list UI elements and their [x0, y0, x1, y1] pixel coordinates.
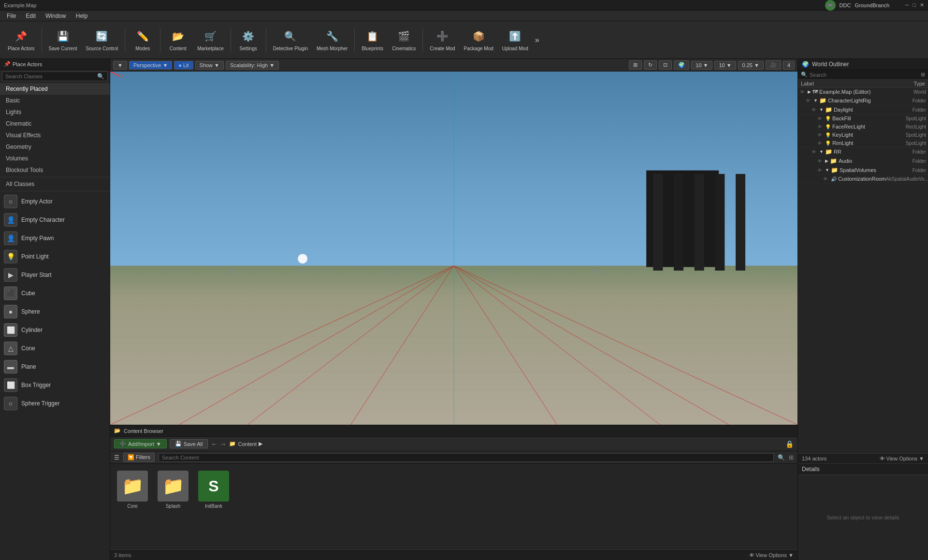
- vp-arrow-btn[interactable]: ▼: [113, 61, 127, 70]
- category-recently-placed[interactable]: Recently Placed: [0, 83, 110, 95]
- actor-player-start[interactable]: ▶ Player Start: [0, 266, 110, 284]
- toolbar-more-btn[interactable]: »: [533, 34, 541, 46]
- category-cinematic[interactable]: Cinematic: [0, 118, 110, 129]
- visibility-icon-2[interactable]: 👁: [812, 107, 816, 113]
- actor-empty-actor[interactable]: ○ Empty Actor: [0, 192, 110, 211]
- category-volumes[interactable]: Volumes: [0, 153, 110, 164]
- category-blockout-tools[interactable]: Blockout Tools: [0, 164, 110, 176]
- actor-sphere[interactable]: ● Sphere: [0, 302, 110, 321]
- visibility-icon-7[interactable]: 👁: [812, 149, 816, 155]
- outliner-col-label[interactable]: Label: [801, 81, 877, 86]
- content-btn[interactable]: 📂 Content: [163, 27, 192, 53]
- mesh-morpher-btn[interactable]: 🔧 Mesh Morpher: [313, 27, 351, 53]
- vp-screen-pct-btn[interactable]: 4: [783, 61, 795, 70]
- category-visual-effects[interactable]: Visual Effects: [0, 129, 110, 141]
- outliner-row-rr[interactable]: 👁 ▼ 📁 RR Folder: [798, 147, 928, 157]
- svg-text:25m: 25m: [296, 269, 305, 274]
- visibility-icon-6[interactable]: 👁: [817, 141, 822, 146]
- actor-empty-character[interactable]: 👤 Empty Character: [0, 211, 110, 229]
- actor-empty-pawn[interactable]: 👤 Empty Pawn: [0, 229, 110, 247]
- save-current-btn[interactable]: 💾 Save Current: [45, 27, 81, 53]
- vp-scale-snap-btn[interactable]: 0.25 ▼: [738, 61, 764, 70]
- vp-lit-btn[interactable]: ● Lit: [174, 61, 193, 70]
- source-control-btn[interactable]: 🔄 Source Control: [82, 27, 122, 53]
- content-search-input[interactable]: [159, 453, 774, 462]
- outliner-row-spatial-volumes[interactable]: 👁 ▼ 📁 SpatialVolumes Folder: [798, 166, 928, 175]
- marketplace-btn[interactable]: 🛒 Marketplace: [193, 27, 227, 53]
- cb-item-core[interactable]: 📁 Core: [115, 469, 150, 511]
- view-options-btn[interactable]: 👁 View Options ▼: [749, 552, 794, 558]
- menu-help[interactable]: Help: [71, 12, 93, 20]
- vp-camera-speed-btn[interactable]: 🎥: [766, 60, 781, 70]
- vp-grid-btn[interactable]: 10 ▼: [691, 61, 712, 70]
- cb-item-splash[interactable]: 📁 Splash: [156, 469, 190, 511]
- cb-view-grid-icon[interactable]: ⊞: [789, 454, 794, 461]
- menu-window[interactable]: Window: [41, 12, 71, 20]
- outliner-col-type[interactable]: Type: [877, 81, 925, 86]
- visibility-icon-3[interactable]: 👁: [817, 116, 822, 121]
- upload-mod-btn[interactable]: ⬆️ Upload Mod: [498, 27, 532, 53]
- outliner-row-rimlight[interactable]: 👁 💡 RimLight SpotLight: [798, 139, 928, 147]
- wo-search-options-btn[interactable]: ⊞: [921, 72, 925, 78]
- vp-coord-btn[interactable]: 🌍: [674, 60, 689, 70]
- actor-cylinder[interactable]: ⬜ Cylinder: [0, 321, 110, 339]
- vp-perspective-btn[interactable]: Perspective ▼: [129, 61, 172, 70]
- search-classes-input[interactable]: [5, 73, 97, 79]
- outliner-row-audio[interactable]: 👁 ▶ 📁 Audio Folder: [798, 157, 928, 166]
- visibility-icon-4[interactable]: 👁: [817, 124, 822, 129]
- outliner-row-backfill[interactable]: 👁 💡 BackFill SpotLight: [798, 115, 928, 123]
- cb-back-btn[interactable]: ←: [211, 440, 218, 448]
- vp-scalability-btn[interactable]: Scalability: High ▼: [226, 61, 279, 70]
- add-import-btn[interactable]: ➕ Add/Import ▼: [114, 439, 167, 448]
- menu-file[interactable]: File: [2, 12, 21, 20]
- category-all-classes[interactable]: All Classes: [0, 178, 110, 190]
- vp-rotate-btn[interactable]: ↻: [644, 60, 657, 70]
- visibility-icon-9[interactable]: 👁: [817, 168, 822, 173]
- modes-btn[interactable]: ✏️ Modes: [128, 27, 157, 53]
- save-all-btn[interactable]: 💾 Save All: [170, 439, 208, 448]
- filters-btn[interactable]: 🔽 Filters: [123, 453, 155, 462]
- visibility-icon-0[interactable]: 👁: [800, 89, 805, 95]
- visibility-icon-8[interactable]: 👁: [817, 158, 822, 164]
- actor-point-light[interactable]: 💡 Point Light: [0, 247, 110, 266]
- category-basic[interactable]: Basic: [0, 95, 110, 106]
- menu-edit[interactable]: Edit: [21, 12, 41, 20]
- actor-sphere-trigger[interactable]: ○ Sphere Trigger: [0, 394, 110, 413]
- category-geometry[interactable]: Geometry: [0, 141, 110, 153]
- visibility-icon-5[interactable]: 👁: [817, 132, 822, 138]
- viewport-canvas[interactable]: 10m 25m 50m 75m 100m X Y Z: [110, 72, 798, 425]
- place-actors-btn[interactable]: 📌 Place Actors: [4, 27, 39, 53]
- cb-forward-btn[interactable]: →: [219, 440, 226, 448]
- actor-plane[interactable]: ▬ Plane: [0, 358, 110, 376]
- vp-rotation-snap-btn[interactable]: 10 ▼: [714, 61, 736, 70]
- cinematics-btn[interactable]: 🎬 Cinematics: [388, 27, 420, 53]
- actor-box-trigger[interactable]: ⬜ Box Trigger: [0, 376, 110, 394]
- outliner-row-customization-room[interactable]: 👁 🔊 CustomizationRoom AkSpatialAudioVo..…: [798, 175, 928, 183]
- cb-lock-btn[interactable]: 🔒: [785, 440, 794, 448]
- outliner-view-options[interactable]: 👁 View Options ▼: [880, 456, 925, 461]
- create-mod-btn[interactable]: ➕ Create Mod: [426, 27, 459, 53]
- cb-filter-btn-container: ☰: [114, 454, 119, 461]
- place-actors-pin-icon: 📌: [4, 61, 11, 67]
- blueprints-btn[interactable]: 📋 Blueprints: [358, 27, 387, 53]
- vp-show-btn[interactable]: Show ▼: [195, 61, 224, 70]
- cb-item-initbank[interactable]: S InitBank: [196, 469, 231, 511]
- actor-cone[interactable]: △ Cone: [0, 339, 110, 358]
- outliner-row-char-light-rig[interactable]: 👁 ▼ 📁 CharacterLightRig Folder: [798, 96, 928, 105]
- wo-search-input[interactable]: [810, 72, 919, 78]
- settings-btn[interactable]: ⚙️ Settings: [234, 27, 263, 53]
- visibility-icon-10[interactable]: 👁: [823, 176, 828, 182]
- outliner-row-keylight[interactable]: 👁 💡 KeyLight SpotLight: [798, 131, 928, 139]
- outliner-row-daylight[interactable]: 👁 ▼ 📁 Daylight Folder: [798, 105, 928, 115]
- package-mod-btn[interactable]: 📦 Package Mod: [460, 27, 497, 53]
- outliner-row-example-map[interactable]: 👁 ▶ 🗺 Example.Map (Editor) World: [798, 88, 928, 96]
- content-path-label[interactable]: Content: [238, 441, 257, 447]
- ddc-label[interactable]: DDC: [840, 2, 851, 8]
- vp-translate-btn[interactable]: ⊞: [629, 60, 642, 70]
- detective-plugin-btn[interactable]: 🔍 Detective Plugin: [269, 27, 312, 53]
- outliner-row-face-rec-light[interactable]: 👁 💡 FaceRecLight RectLight: [798, 123, 928, 131]
- actor-cube[interactable]: ⬛ Cube: [0, 284, 110, 302]
- category-lights[interactable]: Lights: [0, 106, 110, 118]
- visibility-icon-1[interactable]: 👁: [806, 98, 811, 103]
- vp-scale-btn[interactable]: ⊡: [659, 60, 672, 70]
